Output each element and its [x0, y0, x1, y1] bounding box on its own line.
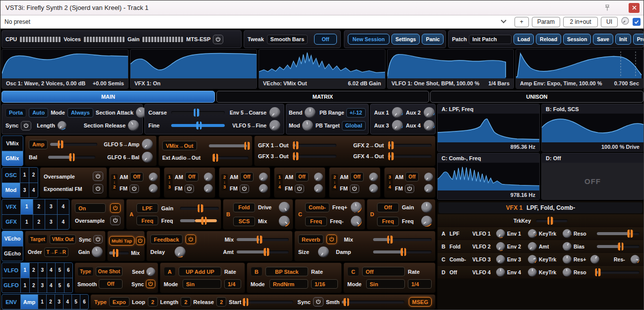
drive-knob[interactable]: [279, 202, 290, 213]
tab-vfx-3[interactable]: 3: [45, 199, 57, 214]
close-button[interactable]: [629, 3, 640, 13]
trkkey-slider[interactable]: [536, 219, 568, 222]
am-value-box[interactable]: Off: [240, 172, 253, 182]
unit-type-box[interactable]: Comb-: [305, 203, 329, 212]
tab-vecho[interactable]: VEcho: [2, 231, 23, 246]
gain-knob[interactable]: [421, 202, 432, 213]
am-knob[interactable]: [424, 173, 433, 182]
tab-vlfo-5[interactable]: 5: [56, 263, 64, 278]
unit-type-box[interactable]: LPF: [136, 203, 158, 213]
tab-gecho[interactable]: GEcho: [2, 247, 23, 261]
fm-knob[interactable]: [204, 184, 213, 193]
vmix-out-button[interactable]: VMix→Out: [162, 141, 197, 150]
session-button[interactable]: Session: [563, 34, 591, 45]
tab-glfo-4[interactable]: 4: [47, 278, 56, 293]
gain-slider[interactable]: [180, 207, 219, 210]
gfx1-out-slider[interactable]: [293, 144, 336, 147]
keytrk-knob[interactable]: [563, 229, 572, 238]
stage-mode-box[interactable]: Sin: [183, 279, 221, 289]
reverb-power-icon[interactable]: [326, 235, 337, 244]
fm-power-icon[interactable]: [295, 185, 304, 193]
io-button[interactable]: 2 in+out: [563, 17, 598, 27]
damp-slider[interactable]: [373, 250, 432, 253]
mode-value-box[interactable]: Always: [67, 108, 93, 118]
am-knob[interactable]: [314, 173, 323, 182]
tab-env-2[interactable]: 2: [47, 295, 55, 309]
tab-vfx-4[interactable]: 4: [58, 199, 69, 214]
am-value-box[interactable]: Off: [295, 172, 308, 182]
reload-button[interactable]: Reload: [536, 34, 561, 45]
lfo-type-button[interactable]: Type: [77, 267, 94, 276]
fm-knob[interactable]: [369, 184, 378, 193]
tab-glfo-2[interactable]: 2: [30, 278, 38, 293]
glfo6-bal-knob[interactable]: [142, 152, 153, 163]
new-session-button[interactable]: New Session: [348, 34, 389, 45]
panic-button[interactable]: Panic: [422, 34, 444, 45]
checkbox[interactable]: [633, 18, 641, 26]
dial-icon[interactable]: [621, 16, 630, 27]
pin-icon[interactable]: [603, 3, 612, 12]
tab-vmix[interactable]: VMix: [2, 136, 23, 151]
tab-gfx-3[interactable]: 3: [45, 215, 57, 230]
tab-env[interactable]: ENV: [2, 295, 20, 309]
tab-env-4[interactable]: 4: [64, 295, 71, 309]
unit-type2-box[interactable]: Freq: [305, 217, 327, 226]
release-box[interactable]: 2: [216, 297, 226, 307]
vlfo4-knob[interactable]: [496, 268, 505, 277]
tab-env-3[interactable]: 3: [55, 295, 63, 309]
am-knob[interactable]: [259, 173, 268, 182]
feedback-button[interactable]: Feedback: [150, 235, 183, 244]
stage-rate-box[interactable]: 1/4: [408, 279, 432, 289]
delay-knob[interactable]: [175, 247, 186, 257]
env-sync-power-icon[interactable]: [313, 297, 323, 307]
fm-power-icon[interactable]: [185, 185, 194, 193]
fm-knob[interactable]: [149, 184, 158, 193]
target-button[interactable]: Target: [28, 235, 48, 244]
stage-rate-box[interactable]: 1/4: [224, 279, 241, 289]
tab-env-5[interactable]: 5: [72, 295, 80, 309]
tab-glfo[interactable]: GLFO: [2, 278, 20, 293]
fm-power-icon[interactable]: [240, 185, 249, 193]
bal-slider[interactable]: [48, 156, 95, 159]
loop-box[interactable]: 2: [148, 297, 158, 307]
gfx2-out-slider[interactable]: [388, 144, 432, 147]
stage-shape-box[interactable]: Off: [362, 267, 405, 276]
am-value-box[interactable]: Off: [185, 172, 198, 182]
vfx-oversample-power-icon[interactable]: [110, 216, 121, 225]
reso-d-slider[interactable]: [597, 271, 640, 274]
glfo5-amp-knob[interactable]: [142, 139, 153, 150]
tab-vlfo-3[interactable]: 3: [38, 263, 47, 278]
patch-name-box[interactable]: Init Patch: [469, 35, 512, 44]
tweak-mode-box[interactable]: Smooth Bars: [267, 35, 308, 44]
porta-sync-power-icon[interactable]: [21, 121, 31, 130]
tab-vlfo-2[interactable]: 2: [30, 263, 38, 278]
freq-slider[interactable]: [180, 219, 219, 222]
amp-slider[interactable]: [50, 143, 97, 146]
tab-gfx-1[interactable]: 1: [21, 215, 33, 230]
feedback-power-icon[interactable]: [186, 235, 196, 244]
tab-glfo-5[interactable]: 5: [56, 278, 64, 293]
vlfo3-knob[interactable]: [496, 255, 505, 264]
vlfo1-knob[interactable]: [496, 229, 505, 238]
env2-knob[interactable]: [528, 242, 537, 251]
tweak-value-button[interactable]: Off: [314, 34, 337, 45]
am-value-box[interactable]: Off: [130, 172, 143, 182]
fine-slider[interactable]: [171, 124, 225, 127]
tab-glfo-3[interactable]: 3: [38, 278, 47, 293]
reverb-button[interactable]: Reverb: [298, 235, 323, 244]
tab-gfx-2[interactable]: 2: [33, 215, 45, 230]
mts-esp-power-icon[interactable]: [213, 35, 223, 44]
porta-button[interactable]: Porta: [5, 108, 26, 118]
unit-type2-box[interactable]: Freq: [377, 217, 399, 226]
vfx-on-box[interactable]: On: [75, 203, 106, 213]
tab-vlfo-4[interactable]: 4: [47, 263, 56, 278]
chevron-down-icon[interactable]: [501, 18, 506, 23]
am-knob[interactable]: [369, 173, 378, 182]
stage-mode-box[interactable]: RndNrm: [269, 279, 308, 289]
am-value-box[interactable]: Off: [405, 172, 418, 182]
tab-env-1[interactable]: 1: [38, 295, 46, 309]
freq-knob[interactable]: [421, 216, 432, 227]
tab-gfx[interactable]: GFX: [2, 215, 20, 230]
tab-osc-4[interactable]: 4: [29, 183, 38, 198]
fm-knob[interactable]: [314, 184, 323, 193]
